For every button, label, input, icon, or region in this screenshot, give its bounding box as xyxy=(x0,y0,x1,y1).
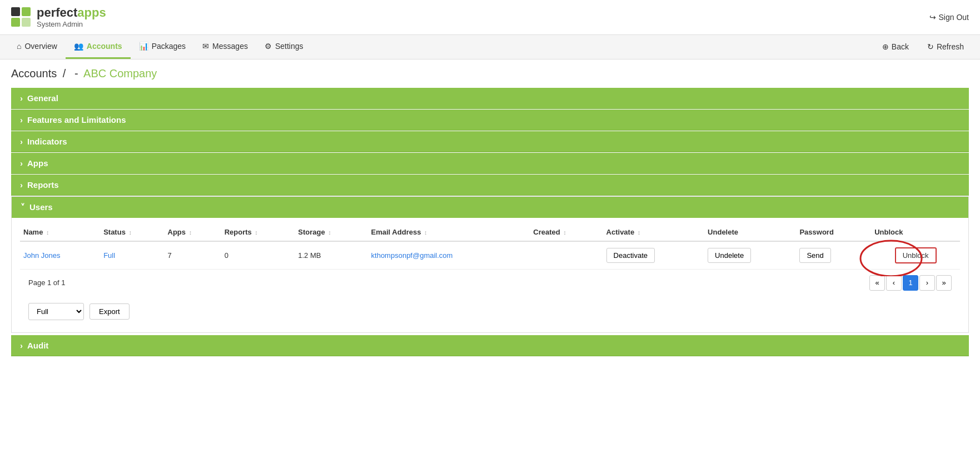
nav-packages-label: Packages xyxy=(152,42,186,51)
nav-messages-label: Messages xyxy=(212,42,248,51)
section-audit[interactable]: › Audit xyxy=(11,335,969,356)
signout-icon: ↪ xyxy=(929,13,936,22)
section-indicators[interactable]: › Indicators xyxy=(11,131,969,152)
prev-page-button[interactable]: ‹ xyxy=(886,275,902,291)
sort-activate-icon[interactable]: ↕ xyxy=(638,229,641,236)
nav-overview-label: Overview xyxy=(24,42,57,51)
first-page-button[interactable]: « xyxy=(869,275,885,291)
user-apps-value: 7 xyxy=(168,251,172,260)
back-label: Back xyxy=(892,42,909,51)
page-info: Page 1 of 1 xyxy=(28,278,66,287)
next-page-button[interactable]: › xyxy=(919,275,935,291)
sort-name-icon[interactable]: ↕ xyxy=(46,229,49,236)
chevron-down-icon: ˅ xyxy=(21,202,25,212)
last-page-icon: » xyxy=(942,278,946,287)
col-storage: Storage ↕ xyxy=(295,223,367,241)
col-status: Status ↕ xyxy=(100,223,164,241)
nav-bar: ⌂ Overview 👥 Accounts 📊 Packages ✉ Messa… xyxy=(0,35,980,59)
user-status-value: Full xyxy=(103,251,115,260)
back-button[interactable]: ⊕ Back xyxy=(874,38,917,56)
section-apps[interactable]: › Apps xyxy=(11,153,969,174)
chevron-right-icon-5: › xyxy=(20,180,23,190)
nav-item-packages[interactable]: 📊 Packages xyxy=(131,35,194,59)
col-reports: Reports ↕ xyxy=(221,223,295,241)
table-row: John Jones Full 7 0 1.2 MB xyxy=(20,241,960,270)
section-general-label: General xyxy=(27,93,58,103)
logo-sq-4 xyxy=(22,18,31,27)
send-password-button[interactable]: Send xyxy=(799,248,830,263)
section-general[interactable]: › General xyxy=(11,88,969,109)
section-features-label: Features and Limitations xyxy=(27,115,126,125)
chevron-right-icon-audit: › xyxy=(20,341,23,350)
current-page-button[interactable]: 1 xyxy=(903,275,918,291)
user-activate-cell: Deactivate xyxy=(603,241,705,270)
sort-apps-icon[interactable]: ↕ xyxy=(189,229,192,236)
user-email-link[interactable]: kthompsonpf@gmail.com xyxy=(371,251,453,260)
nav-item-overview[interactable]: ⌂ Overview xyxy=(8,35,66,59)
user-email-cell: kthompsonpf@gmail.com xyxy=(368,241,530,270)
logo-icon xyxy=(11,7,31,27)
sign-out-button[interactable]: ↪ Sign Out xyxy=(929,13,969,22)
section-indicators-label: Indicators xyxy=(27,137,67,146)
section-reports[interactable]: › Reports xyxy=(11,175,969,196)
deactivate-button[interactable]: Deactivate xyxy=(606,248,655,263)
nav-settings-label: Settings xyxy=(275,42,304,51)
status-filter-select[interactable]: Full Partial All xyxy=(28,303,84,320)
unblock-button[interactable]: Unblock xyxy=(895,247,937,263)
sort-reports-icon[interactable]: ↕ xyxy=(255,229,258,236)
logo-sq-3 xyxy=(11,18,20,27)
users-header[interactable]: ˅ Users xyxy=(12,197,968,218)
section-features[interactable]: › Features and Limitations xyxy=(11,109,969,131)
nav-item-messages[interactable]: ✉ Messages xyxy=(194,35,256,59)
envelope-icon: ✉ xyxy=(202,42,209,51)
refresh-button[interactable]: ↻ Refresh xyxy=(919,38,972,56)
logo-sq-1 xyxy=(11,7,20,16)
app-subtitle: System Admin xyxy=(37,20,106,29)
user-name-link[interactable]: John Jones xyxy=(23,251,61,260)
content-area: › General › Features and Limitations › I… xyxy=(0,88,980,368)
sort-email-icon[interactable]: ↕ xyxy=(424,229,427,236)
section-reports-label: Reports xyxy=(27,180,59,190)
users-header-label: Users xyxy=(29,202,53,212)
user-created-cell xyxy=(530,241,603,270)
user-unblock-cell: Unblock xyxy=(871,241,960,270)
col-unblock: Unblock xyxy=(871,223,960,241)
breadcrumb: Accounts / - ABC Company xyxy=(0,59,980,88)
nav-items: ⌂ Overview 👥 Accounts 📊 Packages ✉ Messa… xyxy=(8,35,874,59)
breadcrumb-dash: - xyxy=(74,67,78,79)
first-page-icon: « xyxy=(875,278,879,287)
sort-storage-icon[interactable]: ↕ xyxy=(328,229,331,236)
home-icon: ⌂ xyxy=(17,42,21,51)
col-undelete: Undelete xyxy=(704,223,796,241)
nav-item-settings[interactable]: ⚙ Settings xyxy=(256,35,312,59)
nav-accounts-label: Accounts xyxy=(87,42,122,51)
export-button[interactable]: Export xyxy=(89,303,130,320)
user-status-cell: Full xyxy=(100,241,164,270)
last-page-button[interactable]: » xyxy=(936,275,952,291)
nav-actions: ⊕ Back ↻ Refresh xyxy=(874,38,972,56)
nav-item-accounts[interactable]: 👥 Accounts xyxy=(66,35,131,59)
prev-page-icon: ‹ xyxy=(893,278,895,287)
app-name-apps: apps xyxy=(77,6,106,19)
unblock-container: Unblock xyxy=(874,247,957,263)
users-table-container: Name ↕ Status ↕ Apps ↕ Reports ↕ Storage… xyxy=(12,218,968,332)
user-name-cell: John Jones xyxy=(20,241,100,270)
user-apps-cell: 7 xyxy=(165,241,221,270)
col-name: Name ↕ xyxy=(20,223,100,241)
chevron-right-icon: › xyxy=(20,93,23,103)
pagination-controls: « ‹ 1 › » xyxy=(869,275,952,291)
breadcrumb-separator: / xyxy=(63,67,66,79)
user-storage-value: 1.2 MB xyxy=(298,251,321,260)
col-created: Created ↕ xyxy=(530,223,603,241)
app-name: perfectapps System Admin xyxy=(37,6,106,29)
sort-created-icon[interactable]: ↕ xyxy=(563,229,566,236)
user-reports-cell: 0 xyxy=(221,241,295,270)
breadcrumb-accounts: Accounts xyxy=(11,67,57,79)
sort-status-icon[interactable]: ↕ xyxy=(128,229,132,236)
section-audit-label: Audit xyxy=(27,341,48,350)
back-icon: ⊕ xyxy=(882,42,889,51)
pagination-row: Page 1 of 1 « ‹ 1 › » xyxy=(20,270,960,296)
col-email: Email Address ↕ xyxy=(368,223,530,241)
undelete-button[interactable]: Undelete xyxy=(708,248,751,263)
gear-icon: ⚙ xyxy=(265,42,272,51)
